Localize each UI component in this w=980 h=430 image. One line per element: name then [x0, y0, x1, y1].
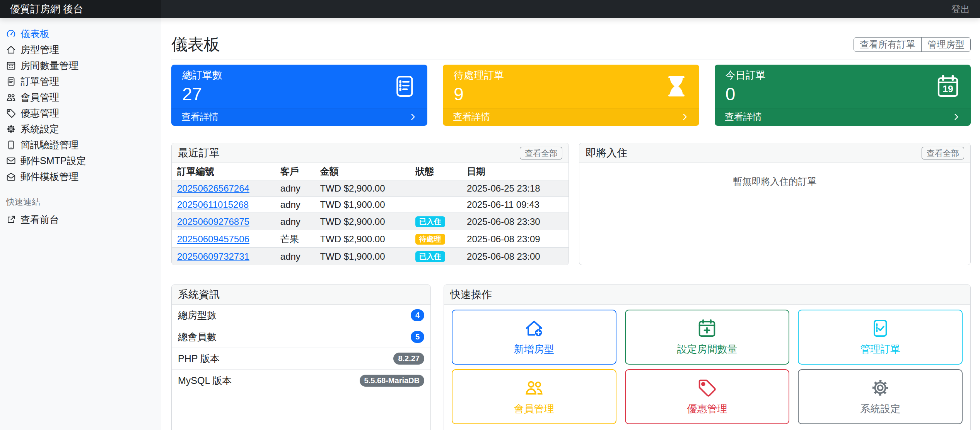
quick-action-manage-orders[interactable]: 管理訂單 — [798, 310, 963, 365]
recent-orders-header: 最近訂單 查看全部 — [172, 143, 569, 163]
hourglass-icon — [664, 74, 688, 98]
stat-value: 0 — [726, 84, 766, 104]
tag-icon — [697, 378, 717, 397]
panel-title: 最近訂單 — [178, 146, 220, 160]
stat-footer-link[interactable]: 查看詳情 — [443, 108, 699, 126]
chevron-right-icon — [681, 113, 689, 121]
sidebar-item-members[interactable]: 會員管理 — [0, 89, 161, 105]
house-add-icon — [524, 319, 544, 338]
orders-view-all-button[interactable]: 查看全部 — [520, 147, 562, 159]
envelope-open-icon — [6, 172, 16, 182]
order-id-link[interactable]: 20250626567264 — [177, 183, 249, 194]
people-icon — [6, 93, 16, 102]
customer-cell: 芒果 — [275, 230, 315, 248]
order-id-link[interactable]: 20250611015268 — [177, 199, 249, 210]
order-id-link[interactable]: 20250609276875 — [177, 216, 249, 227]
order-id-link[interactable]: 20250609732731 — [177, 251, 249, 262]
calendar-date-icon: 19 — [936, 74, 960, 98]
column-header-customer: 客戶 — [275, 163, 315, 180]
phone-icon — [6, 140, 16, 150]
main-content: 儀表板 查看所有訂單 管理房型 總訂單數 27 — [161, 18, 980, 430]
sidebar-item-label: 郵件SMTP設定 — [20, 154, 86, 167]
quick-action-system-settings[interactable]: 系統設定 — [798, 369, 963, 424]
stat-value: 9 — [454, 84, 504, 104]
info-label: 總房型數 — [178, 309, 217, 322]
sidebar-item-label: 訂單管理 — [20, 75, 59, 88]
view-all-orders-button[interactable]: 查看所有訂單 — [854, 37, 922, 52]
sidebar-item-orders[interactable]: 訂單管理 — [0, 74, 161, 89]
date-cell: 2025-06-11 09:43 — [461, 197, 569, 213]
gear-icon — [6, 124, 16, 134]
status-cell: 已入住 — [410, 248, 461, 265]
customer-cell: adny — [275, 197, 315, 213]
quick-action-add-room-type[interactable]: 新增房型 — [452, 310, 616, 365]
sidebar-item-dashboard[interactable]: 儀表板 — [0, 26, 161, 42]
sidebar-item-sms-verification[interactable]: 簡訊驗證管理 — [0, 137, 161, 153]
quick-action-manage-members[interactable]: 會員管理 — [452, 369, 616, 424]
stat-label: 總訂單數 — [182, 69, 222, 82]
sidebar-item-room-types[interactable]: 房型管理 — [0, 42, 161, 58]
calendar-plus-icon — [697, 319, 717, 338]
top-navbar: 優質訂房網 後台 登出 — [0, 0, 980, 18]
header-button-group: 查看所有訂單 管理房型 — [854, 37, 971, 52]
navbar-brand[interactable]: 優質訂房網 後台 — [0, 0, 161, 18]
quick-action-manage-promotions[interactable]: 優惠管理 — [625, 369, 790, 424]
customer-cell: adny — [275, 248, 315, 265]
status-badge: 已入住 — [415, 251, 445, 262]
version-badge: 5.5.68-MariaDB — [360, 375, 424, 387]
system-info-list: 總房型數 4 總會員數 5 PHP 版本 8.2.27 MySQL 版本 5.5… — [172, 305, 430, 391]
count-badge: 5 — [411, 331, 424, 343]
sidebar-item-settings[interactable]: 系統設定 — [0, 121, 161, 137]
customer-cell: adny — [275, 180, 315, 197]
stat-card-body: 總訂單數 27 — [171, 65, 427, 108]
quick-action-label: 優惠管理 — [687, 402, 727, 416]
customer-cell: adny — [275, 213, 315, 230]
house-icon — [6, 45, 16, 55]
upcoming-view-all-button[interactable]: 查看全部 — [922, 147, 964, 159]
amount-cell: TWD $2,900.00 — [314, 213, 410, 230]
sidebar-item-label: 系統設定 — [20, 123, 59, 135]
sidebar-item-smtp-settings[interactable]: 郵件SMTP設定 — [0, 153, 161, 169]
date-cell: 2025-06-08 23:30 — [461, 213, 569, 230]
stat-label: 今日訂單 — [726, 69, 766, 82]
column-header-amount: 金額 — [314, 163, 410, 180]
stat-label: 待處理訂單 — [454, 69, 504, 82]
date-cell: 2025-06-08 23:09 — [461, 230, 569, 248]
sidebar-item-promotions[interactable]: 優惠管理 — [0, 105, 161, 121]
status-badge: 待處理 — [415, 234, 445, 245]
quick-action-set-room-quantity[interactable]: 設定房間數量 — [625, 310, 790, 365]
page-title: 儀表板 — [171, 35, 220, 54]
journal-check-icon — [871, 319, 890, 338]
date-cell: 2025-06-25 23:18 — [461, 180, 569, 197]
order-id-link[interactable]: 20250609457506 — [177, 234, 249, 244]
order-id-cell: 20250609457506 — [172, 230, 275, 248]
middle-row: 最近訂單 查看全部 訂單編號 客戶 金額 狀態 日期 — [171, 143, 971, 265]
envelope-icon — [6, 156, 16, 166]
stat-footer-link[interactable]: 查看詳情 — [171, 108, 427, 126]
manage-room-types-button[interactable]: 管理房型 — [921, 37, 971, 52]
navbar-right: 登出 — [161, 0, 980, 18]
table-row: 20250609732731 adny TWD $1,900.00 已入住 20… — [172, 248, 569, 265]
sidebar-item-label: 會員管理 — [20, 91, 59, 104]
stat-footer-link[interactable]: 查看詳情 — [715, 108, 971, 126]
sidebar-item-room-quantity[interactable]: 房間數量管理 — [0, 58, 161, 74]
people-icon — [524, 378, 544, 397]
table-row: 20250609457506 芒果 TWD $2,900.00 待處理 2025… — [172, 230, 569, 248]
upcoming-empty-state: 暫無即將入住的訂單 — [579, 163, 970, 200]
sidebar-item-mail-templates[interactable]: 郵件模板管理 — [0, 169, 161, 185]
logout-link[interactable]: 登出 — [951, 3, 970, 15]
recent-orders-panel: 最近訂單 查看全部 訂單編號 客戶 金額 狀態 日期 — [171, 143, 569, 265]
stat-card-body: 今日訂單 0 19 — [715, 65, 971, 108]
stat-footer-label: 查看詳情 — [453, 111, 490, 123]
column-header-order-id: 訂單編號 — [172, 163, 275, 180]
count-badge: 4 — [411, 309, 424, 321]
stat-card-today-orders: 今日訂單 0 19 查看詳情 — [715, 65, 971, 126]
status-cell: 待處理 — [410, 230, 461, 248]
quick-action-label: 管理訂單 — [860, 343, 900, 356]
info-label: 總會員數 — [178, 331, 217, 343]
sidebar-item-view-frontend[interactable]: 查看前台 — [0, 212, 161, 228]
stat-card-body: 待處理訂單 9 — [443, 65, 699, 108]
panel-title: 系統資訊 — [178, 288, 220, 302]
admin-dashboard-app: 優質訂房網 後台 登出 儀表板 房型管理 — [0, 0, 980, 430]
sidebar-section-quick-links: 快速連結 — [0, 196, 161, 212]
